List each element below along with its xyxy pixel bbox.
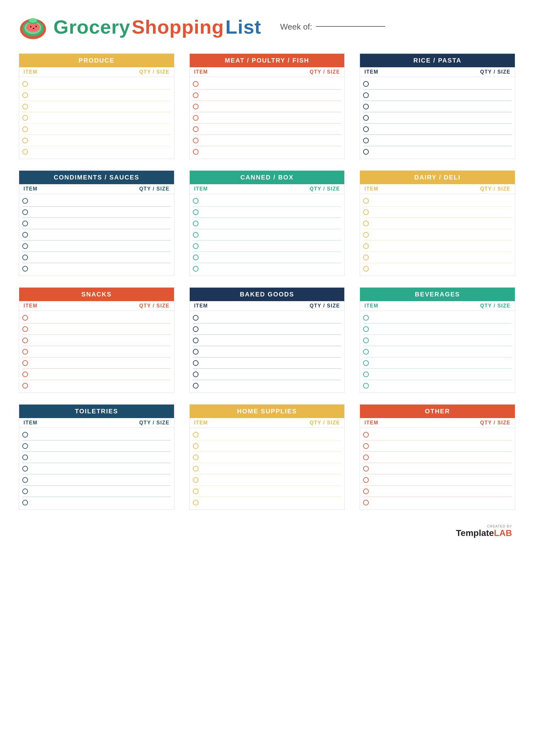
checkbox-circle[interactable] (22, 255, 28, 260)
checkbox-circle[interactable] (363, 138, 369, 143)
checkbox-circle[interactable] (363, 93, 369, 98)
checkbox-circle[interactable] (193, 138, 198, 143)
checkbox-circle[interactable] (193, 221, 198, 226)
column-item-label: ITEM (24, 420, 96, 426)
checkbox-circle[interactable] (193, 371, 198, 377)
checkbox-circle[interactable] (193, 266, 198, 272)
checkbox-circle[interactable] (193, 383, 198, 389)
checkbox-circle[interactable] (193, 500, 198, 505)
checkbox-circle[interactable] (22, 221, 28, 226)
checkbox-circle[interactable] (363, 243, 369, 249)
checkbox-circle[interactable] (193, 454, 198, 460)
checkbox-circle[interactable] (193, 360, 198, 366)
checkbox-circle[interactable] (193, 477, 198, 483)
checkbox-circle[interactable] (22, 149, 28, 155)
table-row (193, 441, 342, 452)
checkbox-circle[interactable] (363, 115, 369, 121)
checkbox-circle[interactable] (363, 360, 369, 366)
table-row (22, 78, 171, 90)
checkbox-circle[interactable] (22, 360, 28, 366)
table-row (363, 312, 512, 323)
checkbox-circle[interactable] (193, 104, 198, 109)
checkbox-circle[interactable] (363, 232, 369, 238)
checkbox-circle[interactable] (193, 349, 198, 355)
checkbox-circle[interactable] (363, 266, 369, 272)
checkbox-circle[interactable] (363, 126, 369, 132)
table-row (22, 323, 171, 335)
checkbox-circle[interactable] (193, 466, 198, 472)
checkbox-circle[interactable] (22, 443, 28, 449)
checkbox-circle[interactable] (22, 198, 28, 204)
checkbox-circle[interactable] (22, 115, 28, 121)
checkbox-circle[interactable] (193, 315, 198, 321)
checkbox-circle[interactable] (193, 149, 198, 155)
checkbox-circle[interactable] (363, 432, 369, 438)
checkbox-circle[interactable] (22, 383, 28, 389)
table-row (22, 206, 171, 218)
section-rows-toiletries (19, 428, 174, 510)
checkbox-circle[interactable] (363, 489, 369, 494)
checkbox-circle[interactable] (193, 489, 198, 494)
checkbox-circle[interactable] (363, 443, 369, 449)
checkbox-circle[interactable] (363, 383, 369, 389)
checkbox-circle[interactable] (363, 149, 369, 155)
section-rows-snacks (19, 311, 174, 392)
checkbox-circle[interactable] (22, 315, 28, 321)
checkbox-circle[interactable] (193, 198, 198, 204)
checkbox-circle[interactable] (363, 221, 369, 226)
column-item-label: ITEM (24, 303, 96, 309)
checkbox-circle[interactable] (363, 477, 369, 483)
checkbox-circle[interactable] (363, 315, 369, 321)
checkbox-circle[interactable] (363, 209, 369, 215)
checkbox-circle[interactable] (22, 371, 28, 377)
section-toiletries: TOILETRIESITEMQTY / SIZE (19, 404, 174, 510)
checkbox-circle[interactable] (22, 477, 28, 483)
checkbox-circle[interactable] (363, 349, 369, 355)
checkbox-circle[interactable] (193, 81, 198, 87)
checkbox-circle[interactable] (363, 466, 369, 472)
checkbox-circle[interactable] (193, 255, 198, 260)
checkbox-circle[interactable] (22, 81, 28, 87)
checkbox-circle[interactable] (22, 266, 28, 272)
checkbox-circle[interactable] (22, 432, 28, 438)
checkbox-circle[interactable] (363, 371, 369, 377)
checkbox-circle[interactable] (22, 466, 28, 472)
checkbox-circle[interactable] (193, 338, 198, 343)
column-qty-label: QTY / SIZE (267, 303, 340, 309)
table-row (22, 101, 171, 112)
checkbox-circle[interactable] (22, 338, 28, 343)
checkbox-circle[interactable] (22, 243, 28, 249)
checkbox-circle[interactable] (22, 209, 28, 215)
checkbox-circle[interactable] (22, 104, 28, 109)
section-snacks: SNACKSITEMQTY / SIZE (19, 287, 174, 393)
checkbox-circle[interactable] (363, 81, 369, 87)
checkbox-circle[interactable] (193, 326, 198, 332)
checkbox-circle[interactable] (363, 500, 369, 505)
checkbox-circle[interactable] (193, 115, 198, 121)
checkbox-circle[interactable] (193, 209, 198, 215)
checkbox-circle[interactable] (363, 255, 369, 260)
checkbox-circle[interactable] (363, 454, 369, 460)
checkbox-circle[interactable] (363, 338, 369, 343)
checkbox-circle[interactable] (22, 138, 28, 143)
checkbox-circle[interactable] (363, 198, 369, 204)
checkbox-circle[interactable] (193, 93, 198, 98)
checkbox-circle[interactable] (363, 326, 369, 332)
checkbox-circle[interactable] (22, 126, 28, 132)
section-canned: CANNED / BOXITEMQTY / SIZE (190, 170, 345, 276)
checkbox-circle[interactable] (363, 104, 369, 109)
checkbox-circle[interactable] (193, 443, 198, 449)
checkbox-circle[interactable] (22, 349, 28, 355)
checkbox-circle[interactable] (22, 232, 28, 238)
checkbox-circle[interactable] (193, 232, 198, 238)
checkbox-circle[interactable] (22, 93, 28, 98)
checkbox-circle[interactable] (193, 126, 198, 132)
checkbox-circle[interactable] (22, 489, 28, 494)
checkbox-circle[interactable] (193, 243, 198, 249)
table-row (22, 346, 171, 357)
checkbox-circle[interactable] (193, 432, 198, 438)
table-row (363, 369, 512, 380)
checkbox-circle[interactable] (22, 454, 28, 460)
checkbox-circle[interactable] (22, 326, 28, 332)
checkbox-circle[interactable] (22, 500, 28, 505)
